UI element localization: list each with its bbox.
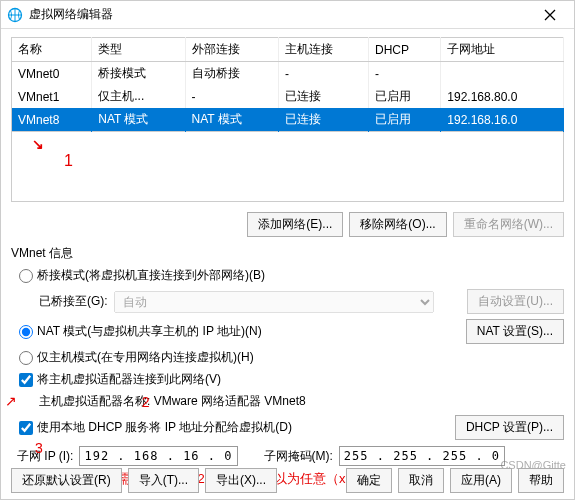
bridged-to-row: 已桥接至(G): 自动 自动设置(U)... [39, 289, 564, 314]
globe-icon [7, 7, 23, 23]
auto-bridge-button: 自动设置(U)... [467, 289, 564, 314]
subnet-mask-field[interactable]: 255 . 255 . 255 . 0 [339, 446, 505, 466]
col-name[interactable]: 名称 [12, 38, 92, 62]
hostonly-label: 仅主机模式(在专用网络内连接虚拟机)(H) [37, 349, 254, 366]
close-button[interactable] [532, 3, 568, 27]
rename-network-button: 重命名网络(W)... [453, 212, 564, 237]
connect-host-row: 将主机虚拟适配器连接到此网络(V) [19, 371, 564, 388]
bridged-to-select: 自动 [114, 291, 434, 313]
import-button[interactable]: 导入(T)... [128, 468, 199, 493]
add-network-button[interactable]: 添加网络(E)... [247, 212, 343, 237]
nat-label: NAT 模式(与虚拟机共享主机的 IP 地址)(N) [37, 323, 262, 340]
col-subnet[interactable]: 子网地址 [441, 38, 564, 62]
cancel-button[interactable]: 取消 [398, 468, 444, 493]
use-dhcp-label: 使用本地 DHCP 服务将 IP 地址分配给虚拟机(D) [37, 419, 292, 436]
apply-button[interactable]: 应用(A) [450, 468, 512, 493]
ok-button[interactable]: 确定 [346, 468, 392, 493]
nat-radio-row: NAT 模式(与虚拟机共享主机的 IP 地址)(N) NAT 设置(S)... [19, 319, 564, 344]
connect-host-label: 将主机虚拟适配器连接到此网络(V) [37, 371, 221, 388]
export-button[interactable]: 导出(X)... [205, 468, 277, 493]
hostonly-radio[interactable] [19, 351, 33, 365]
nat-settings-button[interactable]: NAT 设置(S)... [466, 319, 564, 344]
adapter-name-text: 主机虚拟适配器名称: VMware 网络适配器 VMnet8 [39, 393, 306, 410]
window-title: 虚拟网络编辑器 [29, 6, 532, 23]
bridged-radio[interactable] [19, 269, 33, 283]
help-button[interactable]: 帮助 [518, 468, 564, 493]
annotation-num-2: 2 [142, 394, 150, 410]
col-ext[interactable]: 外部连接 [185, 38, 278, 62]
hostonly-radio-row: 仅主机模式(在专用网络内连接虚拟机)(H) [19, 349, 564, 366]
annotation-num-3: 3 [35, 440, 43, 456]
network-buttons: 添加网络(E)... 移除网络(O)... 重命名网络(W)... [11, 212, 564, 237]
connect-host-checkbox[interactable] [19, 373, 33, 387]
col-host[interactable]: 主机连接 [278, 38, 368, 62]
restore-defaults-button[interactable]: 还原默认设置(R) [11, 468, 122, 493]
col-dhcp[interactable]: DHCP [368, 38, 440, 62]
annotation-arrow-2: ↗ [5, 393, 17, 409]
use-dhcp-checkbox[interactable] [19, 421, 33, 435]
subnet-mask-label: 子网掩码(M): [264, 448, 333, 465]
vmnet-info-label: VMnet 信息 [11, 245, 564, 262]
subnet-ip-label: 子网 IP (I): [17, 448, 73, 465]
bridged-label: 桥接模式(将虚拟机直接连接到外部网络)(B) [37, 267, 265, 284]
table-empty-area: ↘ 1 [11, 132, 564, 202]
network-table[interactable]: 名称 类型 外部连接 主机连接 DHCP 子网地址 VMnet0桥接模式自动桥接… [11, 37, 564, 132]
subnet-ip-row: 3 子网 IP (I): 192 . 168 . 16 . 0 子网掩码(M):… [17, 446, 564, 466]
dhcp-settings-button[interactable]: DHCP 设置(P)... [455, 415, 564, 440]
titlebar: 虚拟网络编辑器 [1, 1, 574, 29]
table-row[interactable]: VMnet0桥接模式自动桥接-- [12, 62, 564, 86]
subnet-ip-field[interactable]: 192 . 168 . 16 . 0 [79, 446, 237, 466]
nat-radio[interactable] [19, 325, 33, 339]
dialog-footer: 还原默认设置(R) 导入(T)... 导出(X)... 确定 取消 应用(A) … [1, 468, 574, 493]
adapter-name-row: 主机虚拟适配器名称: VMware 网络适配器 VMnet8 2 [39, 393, 564, 410]
col-type[interactable]: 类型 [92, 38, 185, 62]
use-dhcp-row: 使用本地 DHCP 服务将 IP 地址分配给虚拟机(D) DHCP 设置(P).… [19, 415, 564, 440]
bridged-to-label: 已桥接至(G): [39, 293, 108, 310]
remove-network-button[interactable]: 移除网络(O)... [349, 212, 446, 237]
annotation-num-1: 1 [64, 152, 73, 170]
table-row[interactable]: VMnet1仅主机...-已连接已启用192.168.80.0 [12, 85, 564, 108]
bridged-radio-row: 桥接模式(将虚拟机直接连接到外部网络)(B) [19, 267, 564, 284]
annotation-arrow-1: ↘ [32, 136, 44, 152]
dialog-content: 名称 类型 外部连接 主机连接 DHCP 子网地址 VMnet0桥接模式自动桥接… [1, 29, 574, 494]
table-row-selected[interactable]: VMnet8NAT 模式NAT 模式已连接已启用192.168.16.0 [12, 108, 564, 132]
